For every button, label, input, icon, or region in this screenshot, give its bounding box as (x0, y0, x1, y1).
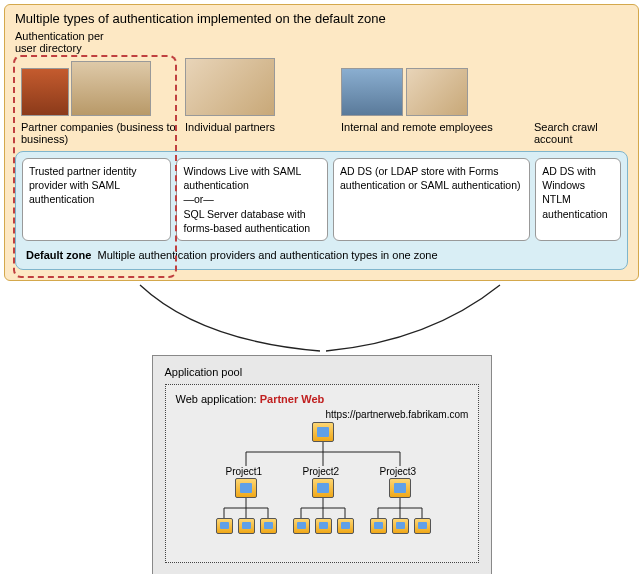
auth-zone-container: Multiple types of authentication impleme… (4, 4, 639, 281)
user-groups-row: Partner companies (business to business)… (15, 58, 628, 147)
project1-icon (235, 478, 257, 498)
auth-cards-row: Trusted partner identity provider with S… (22, 158, 621, 241)
project2-icon (312, 478, 334, 498)
building-icon (21, 68, 69, 116)
project3-icon (389, 478, 411, 498)
auth-card-internal: AD DS (or LDAP store with Forms authenti… (333, 158, 530, 241)
hardhat-people-icon (341, 68, 403, 116)
subsite-icon (315, 518, 332, 534)
subsite-icon (216, 518, 233, 534)
site-tree: Project1 Project2 Project3 (176, 422, 468, 552)
subsite-icon (260, 518, 277, 534)
subsite-icon (337, 518, 354, 534)
app-pool-title: Application pool (165, 366, 479, 378)
project-label-2: Project2 (303, 466, 340, 477)
user-group-partner: Partner companies (business to business) (21, 61, 179, 147)
zone-desc: Multiple authentication providers and au… (98, 249, 438, 261)
partner-label: Partner companies (business to business) (21, 121, 179, 147)
subsite-icon (414, 518, 431, 534)
individual-people-icon (185, 58, 275, 116)
web-app-label: Web application: (176, 393, 257, 405)
laptop-people-icon (406, 68, 468, 116)
zone-label: Default zone Multiple authentication pro… (22, 247, 621, 263)
web-app-title: Web application: Partner Web (176, 393, 468, 405)
web-app-url: https://partnerweb.fabrikam.com (326, 409, 468, 420)
project-label-1: Project1 (226, 466, 263, 477)
main-title: Multiple types of authentication impleme… (15, 11, 628, 26)
project-label-3: Project3 (380, 466, 417, 477)
user-group-internal: Internal and remote employees (341, 68, 521, 147)
subsite-icon (370, 518, 387, 534)
search-label: Search crawl account (534, 121, 628, 147)
auth-card-individual: Windows Live with SAML authentication —o… (176, 158, 327, 241)
people-group-icon (71, 61, 151, 116)
web-app-name: Partner Web (260, 393, 325, 405)
zone-name: Default zone (26, 249, 91, 261)
subsite-icon (293, 518, 310, 534)
auth-card-partner: Trusted partner identity provider with S… (22, 158, 171, 241)
subsite-icon (238, 518, 255, 534)
subsite-icon (392, 518, 409, 534)
application-pool-box: Application pool Web application: Partne… (152, 355, 492, 574)
connector-lines (0, 285, 643, 355)
partner-building-image (21, 61, 179, 116)
default-zone-box: Trusted partner identity provider with S… (15, 151, 628, 270)
user-group-individual: Individual partners (185, 58, 335, 147)
web-application-box: Web application: Partner Web https://par… (165, 384, 479, 563)
user-group-search: Search crawl account (534, 68, 628, 147)
sub-title: Authentication per user directory (15, 30, 628, 54)
internal-label: Internal and remote employees (341, 121, 521, 147)
individual-label: Individual partners (185, 121, 335, 147)
site-root-icon (312, 422, 334, 442)
auth-card-search: AD DS with Windows NTLM authentication (535, 158, 621, 241)
